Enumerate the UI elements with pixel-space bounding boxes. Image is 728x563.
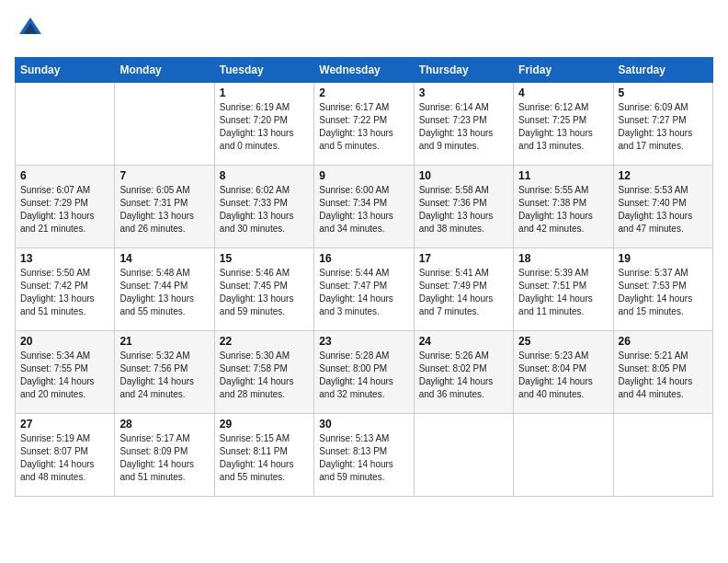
calendar-week-5: 27Sunrise: 5:19 AM Sunset: 8:07 PM Dayli… [16, 414, 713, 497]
calendar-cell: 28Sunrise: 5:17 AM Sunset: 8:09 PM Dayli… [115, 414, 214, 497]
calendar-cell: 17Sunrise: 5:41 AM Sunset: 7:49 PM Dayli… [414, 248, 513, 331]
day-number: 27 [20, 418, 109, 431]
calendar-week-2: 6Sunrise: 6:07 AM Sunset: 7:29 PM Daylig… [16, 166, 713, 248]
day-info: Sunrise: 5:28 AM Sunset: 8:00 PM Dayligh… [319, 350, 408, 401]
day-number: 29 [220, 418, 309, 431]
calendar-cell: 20Sunrise: 5:34 AM Sunset: 7:55 PM Dayli… [16, 331, 115, 414]
day-number: 23 [319, 335, 408, 348]
day-number: 6 [20, 169, 109, 182]
day-number: 5 [619, 86, 708, 99]
day-number: 28 [119, 418, 209, 431]
day-number: 15 [220, 252, 309, 265]
calendar-cell: 21Sunrise: 5:32 AM Sunset: 7:56 PM Dayli… [115, 331, 214, 414]
day-number: 1 [220, 86, 309, 99]
day-info: Sunrise: 5:34 AM Sunset: 7:55 PM Dayligh… [20, 350, 109, 401]
weekday-header-wednesday: Wednesday [314, 58, 414, 83]
calendar-body: 1Sunrise: 6:19 AM Sunset: 7:20 PM Daylig… [16, 83, 713, 497]
day-number: 18 [518, 252, 608, 265]
day-number: 22 [220, 335, 309, 348]
calendar-cell: 25Sunrise: 5:23 AM Sunset: 8:04 PM Dayli… [514, 331, 613, 414]
day-info: Sunrise: 5:41 AM Sunset: 7:49 PM Dayligh… [419, 267, 508, 318]
calendar-cell: 3Sunrise: 6:14 AM Sunset: 7:23 PM Daylig… [414, 83, 513, 166]
weekday-header-row: SundayMondayTuesdayWednesdayThursdayFrid… [16, 58, 713, 83]
day-number: 9 [319, 169, 408, 182]
calendar-cell: 27Sunrise: 5:19 AM Sunset: 8:07 PM Dayli… [16, 414, 115, 497]
day-number: 16 [319, 252, 408, 265]
day-number: 11 [518, 169, 608, 182]
day-info: Sunrise: 6:07 AM Sunset: 7:29 PM Dayligh… [20, 184, 109, 236]
calendar-cell: 4Sunrise: 6:12 AM Sunset: 7:25 PM Daylig… [514, 83, 613, 166]
day-number: 30 [319, 418, 408, 431]
day-number: 25 [518, 335, 608, 348]
weekday-header-saturday: Saturday [613, 58, 712, 83]
calendar-cell: 5Sunrise: 6:09 AM Sunset: 7:27 PM Daylig… [613, 83, 712, 166]
calendar-cell: 9Sunrise: 6:00 AM Sunset: 7:34 PM Daylig… [314, 166, 414, 248]
day-number: 12 [619, 169, 708, 182]
calendar-cell: 15Sunrise: 5:46 AM Sunset: 7:45 PM Dayli… [214, 248, 313, 331]
calendar-cell [115, 83, 214, 166]
logo-icon [17, 15, 44, 42]
calendar-cell: 11Sunrise: 5:55 AM Sunset: 7:38 PM Dayli… [514, 166, 613, 248]
calendar-cell [16, 83, 115, 166]
day-number: 3 [419, 86, 508, 99]
calendar-header: SundayMondayTuesdayWednesdayThursdayFrid… [16, 58, 713, 83]
day-info: Sunrise: 6:12 AM Sunset: 7:25 PM Dayligh… [518, 101, 608, 153]
calendar-cell: 2Sunrise: 6:17 AM Sunset: 7:22 PM Daylig… [314, 83, 414, 166]
day-info: Sunrise: 6:19 AM Sunset: 7:20 PM Dayligh… [220, 101, 309, 153]
day-info: Sunrise: 6:05 AM Sunset: 7:31 PM Dayligh… [119, 184, 209, 236]
day-info: Sunrise: 6:17 AM Sunset: 7:22 PM Dayligh… [319, 101, 408, 153]
calendar-cell: 13Sunrise: 5:50 AM Sunset: 7:42 PM Dayli… [16, 248, 115, 331]
day-info: Sunrise: 5:44 AM Sunset: 7:47 PM Dayligh… [319, 267, 408, 318]
calendar-cell: 19Sunrise: 5:37 AM Sunset: 7:53 PM Dayli… [613, 248, 712, 331]
day-info: Sunrise: 5:23 AM Sunset: 8:04 PM Dayligh… [518, 350, 608, 401]
day-info: Sunrise: 5:21 AM Sunset: 8:05 PM Dayligh… [619, 350, 708, 401]
weekday-header-friday: Friday [514, 58, 613, 83]
day-info: Sunrise: 5:39 AM Sunset: 7:51 PM Dayligh… [518, 267, 608, 318]
calendar-cell: 16Sunrise: 5:44 AM Sunset: 7:47 PM Dayli… [314, 248, 414, 331]
day-info: Sunrise: 5:46 AM Sunset: 7:45 PM Dayligh… [220, 267, 309, 318]
day-info: Sunrise: 6:00 AM Sunset: 7:34 PM Dayligh… [319, 184, 408, 236]
day-number: 13 [20, 252, 109, 265]
day-info: Sunrise: 5:26 AM Sunset: 8:02 PM Dayligh… [419, 350, 508, 401]
calendar-cell: 7Sunrise: 6:05 AM Sunset: 7:31 PM Daylig… [115, 166, 214, 248]
calendar-cell: 23Sunrise: 5:28 AM Sunset: 8:00 PM Dayli… [314, 331, 414, 414]
day-info: Sunrise: 6:02 AM Sunset: 7:33 PM Dayligh… [220, 184, 309, 236]
day-info: Sunrise: 5:19 AM Sunset: 8:07 PM Dayligh… [20, 432, 109, 484]
day-number: 2 [319, 86, 408, 99]
weekday-header-monday: Monday [115, 58, 214, 83]
day-info: Sunrise: 5:13 AM Sunset: 8:13 PM Dayligh… [319, 432, 408, 484]
calendar-cell: 12Sunrise: 5:53 AM Sunset: 7:40 PM Dayli… [613, 166, 712, 248]
day-info: Sunrise: 5:17 AM Sunset: 8:09 PM Dayligh… [119, 432, 209, 484]
calendar-cell: 26Sunrise: 5:21 AM Sunset: 8:05 PM Dayli… [613, 331, 712, 414]
calendar-table: SundayMondayTuesdayWednesdayThursdayFrid… [15, 57, 713, 497]
calendar-cell: 14Sunrise: 5:48 AM Sunset: 7:44 PM Dayli… [115, 248, 214, 331]
logo [15, 15, 44, 46]
weekday-header-tuesday: Tuesday [214, 58, 313, 83]
day-number: 8 [220, 169, 309, 182]
calendar-cell: 24Sunrise: 5:26 AM Sunset: 8:02 PM Dayli… [414, 331, 513, 414]
day-number: 20 [20, 335, 109, 348]
calendar-week-1: 1Sunrise: 6:19 AM Sunset: 7:20 PM Daylig… [16, 83, 713, 166]
day-info: Sunrise: 6:09 AM Sunset: 7:27 PM Dayligh… [619, 101, 708, 153]
day-info: Sunrise: 5:15 AM Sunset: 8:11 PM Dayligh… [220, 432, 309, 484]
calendar-cell: 8Sunrise: 6:02 AM Sunset: 7:33 PM Daylig… [214, 166, 313, 248]
day-number: 21 [119, 335, 209, 348]
calendar-cell [414, 414, 513, 497]
day-number: 4 [518, 86, 608, 99]
calendar-week-4: 20Sunrise: 5:34 AM Sunset: 7:55 PM Dayli… [16, 331, 713, 414]
day-number: 10 [419, 169, 508, 182]
calendar-cell: 1Sunrise: 6:19 AM Sunset: 7:20 PM Daylig… [214, 83, 313, 166]
day-info: Sunrise: 6:14 AM Sunset: 7:23 PM Dayligh… [419, 101, 508, 153]
day-info: Sunrise: 5:30 AM Sunset: 7:58 PM Dayligh… [220, 350, 309, 401]
day-number: 19 [619, 252, 708, 265]
page-header [15, 15, 713, 46]
calendar-cell: 18Sunrise: 5:39 AM Sunset: 7:51 PM Dayli… [514, 248, 613, 331]
calendar-cell: 22Sunrise: 5:30 AM Sunset: 7:58 PM Dayli… [214, 331, 313, 414]
day-number: 24 [419, 335, 508, 348]
day-info: Sunrise: 5:58 AM Sunset: 7:36 PM Dayligh… [419, 184, 508, 236]
day-info: Sunrise: 5:48 AM Sunset: 7:44 PM Dayligh… [119, 267, 209, 318]
day-info: Sunrise: 5:32 AM Sunset: 7:56 PM Dayligh… [119, 350, 209, 401]
day-number: 17 [419, 252, 508, 265]
calendar-cell: 29Sunrise: 5:15 AM Sunset: 8:11 PM Dayli… [214, 414, 313, 497]
calendar-cell: 30Sunrise: 5:13 AM Sunset: 8:13 PM Dayli… [314, 414, 414, 497]
